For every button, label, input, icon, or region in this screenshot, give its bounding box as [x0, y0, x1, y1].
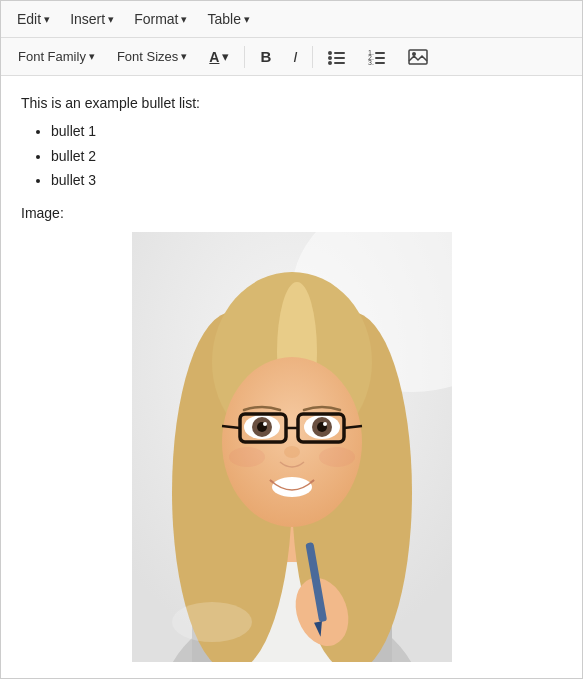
image-icon — [408, 49, 428, 65]
bullet-list: bullet 1 bullet 2 bullet 3 — [51, 120, 562, 191]
svg-point-45 — [172, 602, 252, 642]
font-sizes-button[interactable]: Font Sizes — [108, 44, 196, 69]
menu-edit-label: Edit — [17, 11, 41, 27]
font-color-chevron: ▾ — [222, 49, 229, 64]
editor-container: Edit Insert Format Table Font Family Fon… — [0, 0, 583, 679]
list-item: bullet 2 — [51, 145, 562, 167]
font-color-indicator: A — [209, 49, 219, 65]
insert-image-button[interactable] — [399, 44, 437, 70]
toolbar-separator-1 — [244, 46, 245, 68]
font-sizes-label: Font Sizes — [117, 49, 178, 64]
svg-rect-3 — [334, 57, 345, 59]
embedded-image — [132, 232, 452, 662]
svg-rect-7 — [375, 52, 385, 54]
bold-label: B — [260, 48, 271, 65]
bullet-list-button[interactable] — [319, 44, 355, 70]
list-item: bullet 3 — [51, 169, 562, 191]
italic-button[interactable]: I — [284, 43, 306, 70]
ordered-list-button[interactable]: 1. 2. 3. — [359, 44, 395, 70]
svg-rect-1 — [334, 52, 345, 54]
svg-point-4 — [328, 61, 332, 65]
example-text: This is an example bullet list: — [21, 92, 562, 114]
svg-rect-5 — [334, 62, 345, 64]
font-family-label: Font Family — [18, 49, 86, 64]
svg-point-0 — [328, 51, 332, 55]
font-color-button[interactable]: A ▾ — [200, 44, 238, 70]
list-item: bullet 1 — [51, 120, 562, 142]
person-photo-svg — [132, 232, 452, 662]
menu-table-label: Table — [207, 11, 240, 27]
svg-point-39 — [272, 477, 312, 497]
svg-point-31 — [263, 422, 267, 426]
toolbar-separator-2 — [312, 46, 313, 68]
italic-label: I — [293, 48, 297, 65]
content-area[interactable]: This is an example bullet list: bullet 1… — [1, 76, 582, 678]
image-label: Image: — [21, 202, 562, 224]
font-family-button[interactable]: Font Family — [9, 44, 104, 69]
svg-point-32 — [323, 422, 327, 426]
bullet-list-icon — [328, 49, 346, 65]
menu-format-label: Format — [134, 11, 178, 27]
menu-table[interactable]: Table — [199, 7, 257, 31]
svg-rect-11 — [375, 62, 385, 64]
menu-edit[interactable]: Edit — [9, 7, 58, 31]
menu-format[interactable]: Format — [126, 7, 195, 31]
svg-point-41 — [319, 447, 355, 467]
bold-button[interactable]: B — [251, 43, 280, 70]
ordered-list-icon: 1. 2. 3. — [368, 49, 386, 65]
menu-bar: Edit Insert Format Table — [1, 1, 582, 38]
toolbar: Font Family Font Sizes A ▾ B I — [1, 38, 582, 76]
font-color-label: A — [209, 49, 219, 65]
svg-point-40 — [229, 447, 265, 467]
svg-point-2 — [328, 56, 332, 60]
menu-insert-label: Insert — [70, 11, 105, 27]
svg-rect-9 — [375, 57, 385, 59]
svg-rect-12 — [409, 50, 427, 64]
svg-text:3.: 3. — [368, 59, 374, 65]
svg-point-38 — [284, 446, 300, 458]
menu-insert[interactable]: Insert — [62, 7, 122, 31]
